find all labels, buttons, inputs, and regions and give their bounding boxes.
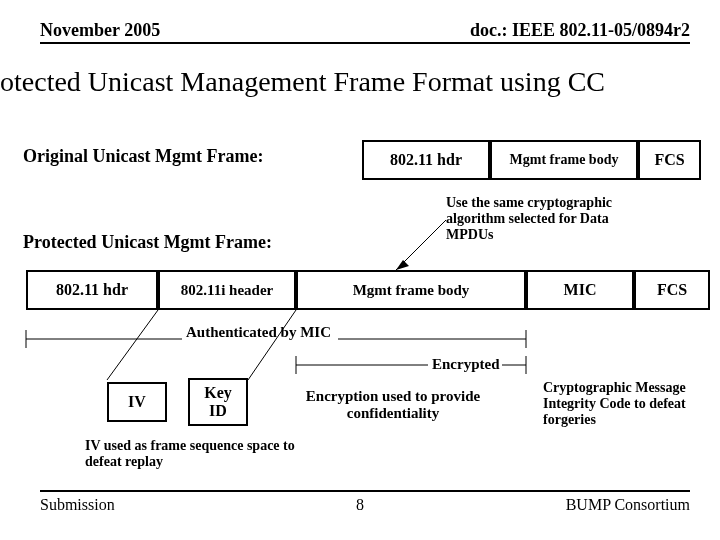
footer-rule: [40, 490, 690, 492]
prot-fcs-box: FCS: [634, 270, 710, 310]
svg-line-9: [248, 310, 296, 380]
protected-label: Protected Unicast Mgmt Frame:: [23, 232, 272, 253]
prot-ihdr-box: 802.11i header: [158, 270, 296, 310]
anno-encryption-use: Encryption used to provide confidentiali…: [293, 388, 493, 423]
keyid-box: Key ID: [188, 378, 248, 426]
header-doc: doc.: IEEE 802.11-05/0894r2: [470, 20, 690, 41]
original-label: Original Unicast Mgmt Frame:: [23, 146, 263, 167]
svg-marker-11: [396, 260, 409, 270]
orig-hdr-box: 802.11 hdr: [362, 140, 490, 180]
prot-mic-box: MIC: [526, 270, 634, 310]
anno-algorithm: Use the same cryptographic algorithm sel…: [446, 195, 646, 243]
anno-cmic: Cryptographic Message Integrity Code to …: [543, 380, 720, 428]
svg-line-8: [107, 310, 158, 380]
header-date: November 2005: [40, 20, 160, 41]
orig-fcs-box: FCS: [638, 140, 701, 180]
header-rule: [40, 42, 690, 44]
anno-iv: IV used as frame sequence space to defea…: [85, 438, 295, 470]
anno-authenticated: Authenticated by MIC: [186, 324, 331, 341]
prot-hdr-box: 802.11 hdr: [26, 270, 158, 310]
prot-body-box: Mgmt frame body: [296, 270, 526, 310]
iv-box: IV: [107, 382, 167, 422]
orig-body-box: Mgmt frame body: [490, 140, 638, 180]
footer-right: BUMP Consortium: [566, 496, 690, 514]
anno-encrypted: Encrypted: [432, 356, 500, 373]
slide-title: otected Unicast Management Frame Format …: [0, 66, 720, 98]
svg-line-10: [396, 220, 446, 270]
